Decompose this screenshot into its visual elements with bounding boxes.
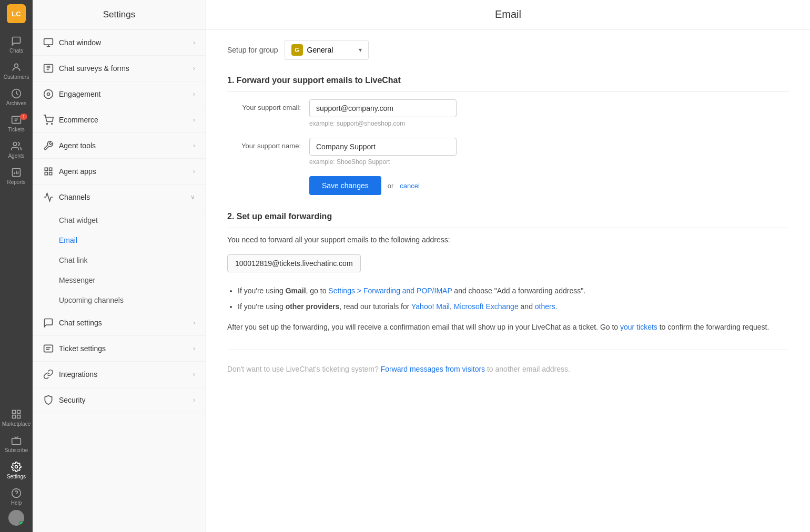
- support-name-input[interactable]: [309, 138, 457, 156]
- chevron-right-icon: ›: [193, 116, 195, 124]
- save-changes-button[interactable]: Save changes: [309, 176, 381, 195]
- chevron-right-icon: ›: [193, 90, 195, 98]
- sidebar-item-label: Integrations: [59, 370, 188, 378]
- svg-point-14: [44, 90, 53, 99]
- integrations-icon: [43, 369, 54, 380]
- forwarding-address[interactable]: 100012819@tickets.livechatinc.com: [227, 254, 361, 272]
- chevron-right-icon: ›: [193, 345, 195, 352]
- group-icon: G: [291, 44, 303, 56]
- svg-point-17: [52, 124, 53, 125]
- other-providers-instruction: If you're using other providers, read ou…: [238, 301, 789, 312]
- sidebar-item-chat-window[interactable]: Chat window ›: [33, 30, 206, 56]
- section1-title: 1. Forward your support emails to LiveCh…: [227, 76, 789, 92]
- sidebar-subitem-email[interactable]: Email: [33, 230, 206, 250]
- sidebar-item-agent-tools[interactable]: Agent tools ›: [33, 133, 206, 159]
- support-name-hint: example: ShoeShop Support: [309, 158, 457, 166]
- nav-item-marketplace[interactable]: Marketplace: [0, 405, 33, 431]
- svg-rect-2: [12, 116, 21, 123]
- sidebar-subitem-upcoming-channels[interactable]: Upcoming channels: [33, 290, 206, 310]
- sidebar-item-ecommerce[interactable]: Ecommerce ›: [33, 107, 206, 133]
- svg-rect-8: [17, 415, 21, 418]
- group-select-row: Setup for group G General ▾: [227, 40, 789, 60]
- nav-rail: LC Chats Customers Archives Tickets 1 Ag…: [0, 0, 33, 532]
- svg-rect-5: [13, 411, 16, 414]
- svg-point-15: [47, 93, 50, 96]
- svg-point-10: [15, 466, 18, 468]
- page-title: Email: [495, 8, 521, 21]
- sidebar-item-label: Channels: [59, 193, 185, 201]
- sidebar-item-security[interactable]: Security ›: [33, 387, 206, 413]
- chevron-right-icon: ›: [193, 396, 195, 404]
- sidebar-subitem-chat-link[interactable]: Chat link: [33, 250, 206, 270]
- forwarding-note: After you set up the forwarding, you wil…: [227, 321, 789, 333]
- page-header: Email: [206, 0, 810, 29]
- svg-rect-6: [17, 411, 21, 414]
- action-row: Save changes or cancel: [309, 176, 789, 195]
- nav-item-reports[interactable]: Reports: [0, 163, 33, 189]
- nav-item-settings[interactable]: Settings: [0, 457, 33, 484]
- sidebar-item-integrations[interactable]: Integrations ›: [33, 362, 206, 387]
- chevron-right-icon: ›: [193, 168, 195, 175]
- your-tickets-link[interactable]: your tickets: [620, 323, 657, 331]
- svg-rect-21: [49, 172, 52, 175]
- tickets-badge: 1: [20, 114, 27, 120]
- support-email-input[interactable]: [309, 99, 457, 117]
- others-link[interactable]: others: [535, 302, 555, 311]
- section-forward-emails: 1. Forward your support emails to LiveCh…: [227, 76, 789, 195]
- app-logo: LC: [7, 4, 26, 23]
- chevron-right-icon: ›: [193, 65, 195, 72]
- sidebar-item-channels[interactable]: Channels ∨: [33, 185, 206, 210]
- nav-item-customers[interactable]: Customers: [0, 58, 33, 84]
- chat-settings-icon: [43, 318, 54, 328]
- yahoo-mail-link[interactable]: Yahoo! Mail: [411, 302, 450, 311]
- sidebar-item-label: Agent tools: [59, 141, 188, 150]
- sidebar-item-label: Security: [59, 396, 188, 404]
- sidebar-title: Settings: [33, 0, 206, 30]
- sidebar-item-ticket-settings[interactable]: Ticket settings ›: [33, 336, 206, 362]
- svg-rect-18: [45, 168, 47, 170]
- svg-rect-22: [44, 345, 53, 352]
- microsoft-exchange-link[interactable]: Microsoft Exchange: [454, 302, 519, 311]
- agent-tools-icon: [43, 140, 54, 151]
- gmail-instruction: If you're using Gmail, go to Settings > …: [238, 285, 789, 296]
- sidebar-subitem-messenger[interactable]: Messenger: [33, 270, 206, 290]
- cancel-button[interactable]: cancel: [400, 182, 420, 190]
- or-text: or: [388, 182, 394, 190]
- nav-item-archives[interactable]: Archives: [0, 84, 33, 110]
- forward-messages-link[interactable]: Forward messages from visitors: [381, 365, 485, 373]
- sidebar-item-chat-settings[interactable]: Chat settings ›: [33, 310, 206, 336]
- sidebar-item-label: Ecommerce: [59, 116, 188, 124]
- nav-item-agents[interactable]: Agents: [0, 137, 33, 163]
- group-select-label: General: [307, 46, 355, 54]
- sidebar-item-label: Chat window: [59, 38, 188, 47]
- online-indicator: [19, 521, 24, 526]
- user-avatar[interactable]: [8, 510, 24, 526]
- support-name-row: Your support name: example: ShoeShop Sup…: [227, 138, 789, 166]
- support-name-label: Your support name:: [227, 138, 301, 150]
- chevron-right-icon: ›: [193, 39, 195, 46]
- sidebar-subitem-chat-widget[interactable]: Chat widget: [33, 210, 206, 230]
- sidebar-item-agent-apps[interactable]: Agent apps ›: [33, 159, 206, 185]
- support-name-input-wrap: example: ShoeShop Support: [309, 138, 457, 166]
- engagement-icon: [43, 89, 54, 99]
- section-email-forwarding: 2. Set up email forwarding You need to f…: [227, 212, 789, 333]
- nav-item-subscribe[interactable]: Subscribe: [0, 431, 33, 457]
- support-email-input-wrap: example: support@shoeshop.com: [309, 99, 457, 127]
- ecommerce-icon: [43, 115, 54, 125]
- nav-item-chats[interactable]: Chats: [0, 32, 33, 58]
- sidebar-item-engagement[interactable]: Engagement ›: [33, 81, 206, 107]
- svg-rect-9: [12, 438, 21, 445]
- gmail-settings-link[interactable]: Settings > Forwarding and POP/IMAP: [328, 287, 452, 295]
- svg-rect-20: [45, 172, 47, 175]
- forwarding-intro: You need to forward all your support ema…: [227, 236, 789, 244]
- group-select[interactable]: G General ▾: [285, 40, 369, 60]
- chevron-right-icon: ›: [193, 371, 195, 378]
- nav-item-help[interactable]: Help: [0, 484, 33, 510]
- section-divider: [227, 350, 789, 350]
- nav-item-tickets[interactable]: Tickets 1: [0, 110, 33, 137]
- support-email-label: Your support email:: [227, 99, 301, 111]
- svg-rect-7: [13, 415, 16, 418]
- chevron-down-icon: ∨: [190, 193, 195, 201]
- sidebar-item-chat-surveys[interactable]: Chat surveys & forms ›: [33, 56, 206, 81]
- sidebar-item-label: Ticket settings: [59, 344, 188, 353]
